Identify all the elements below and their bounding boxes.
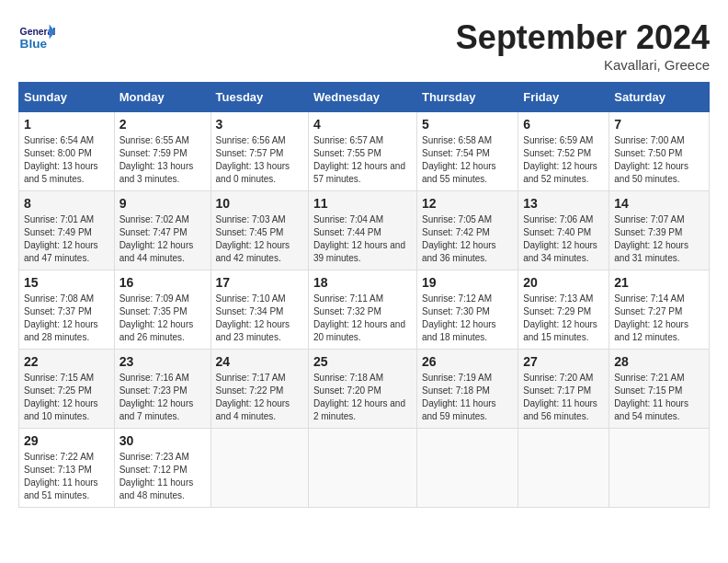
calendar-table: Sunday Monday Tuesday Wednesday Thursday… — [18, 82, 710, 508]
day-cell: 5 Sunrise: 6:58 AM Sunset: 7:54 PM Dayli… — [416, 112, 518, 191]
svg-text:Blue: Blue — [20, 37, 48, 51]
day-cell: 3 Sunrise: 6:56 AM Sunset: 7:57 PM Dayli… — [210, 112, 308, 191]
day-cell: 7 Sunrise: 7:00 AM Sunset: 7:50 PM Dayli… — [609, 112, 710, 191]
day-cell: 23 Sunrise: 7:16 AM Sunset: 7:23 PM Dayl… — [114, 350, 210, 429]
day-info: Sunrise: 7:17 AM Sunset: 7:22 PM Dayligh… — [216, 372, 303, 423]
day-cell: 13 Sunrise: 7:06 AM Sunset: 7:40 PM Dayl… — [518, 191, 609, 270]
month-title: September 2024 — [456, 18, 710, 57]
location: Kavallari, Greece — [456, 57, 710, 73]
day-info: Sunrise: 7:22 AM Sunset: 7:13 PM Dayligh… — [24, 451, 109, 502]
day-number: 13 — [523, 196, 604, 211]
day-info: Sunrise: 7:19 AM Sunset: 7:18 PM Dayligh… — [422, 372, 513, 423]
day-info: Sunrise: 7:09 AM Sunset: 7:35 PM Dayligh… — [119, 293, 206, 344]
calendar-header: Sunday Monday Tuesday Wednesday Thursday… — [19, 83, 710, 112]
day-cell: 16 Sunrise: 7:09 AM Sunset: 7:35 PM Dayl… — [114, 270, 210, 350]
day-cell — [609, 429, 710, 508]
header: General Blue September 2024 Kavallari, G… — [18, 18, 710, 73]
day-cell: 29 Sunrise: 7:22 AM Sunset: 7:13 PM Dayl… — [19, 429, 115, 508]
col-wednesday: Wednesday — [308, 83, 416, 112]
day-cell: 22 Sunrise: 7:15 AM Sunset: 7:25 PM Dayl… — [19, 350, 115, 429]
day-cell: 21 Sunrise: 7:14 AM Sunset: 7:27 PM Dayl… — [609, 270, 710, 350]
day-number: 23 — [119, 354, 206, 369]
week-row-1: 1 Sunrise: 6:54 AM Sunset: 8:00 PM Dayli… — [19, 112, 710, 191]
day-cell: 4 Sunrise: 6:57 AM Sunset: 7:55 PM Dayli… — [308, 112, 416, 191]
day-number: 25 — [313, 354, 412, 369]
day-cell: 19 Sunrise: 7:12 AM Sunset: 7:30 PM Dayl… — [416, 270, 518, 350]
week-row-2: 8 Sunrise: 7:01 AM Sunset: 7:49 PM Dayli… — [19, 191, 710, 270]
day-info: Sunrise: 7:00 AM Sunset: 7:50 PM Dayligh… — [614, 134, 704, 186]
day-number: 19 — [422, 275, 513, 290]
day-cell: 20 Sunrise: 7:13 AM Sunset: 7:29 PM Dayl… — [518, 270, 609, 350]
day-info: Sunrise: 7:06 AM Sunset: 7:40 PM Dayligh… — [523, 213, 604, 265]
day-number: 1 — [24, 117, 109, 132]
day-info: Sunrise: 6:54 AM Sunset: 8:00 PM Dayligh… — [24, 134, 109, 186]
day-info: Sunrise: 7:01 AM Sunset: 7:49 PM Dayligh… — [24, 213, 109, 265]
day-info: Sunrise: 7:20 AM Sunset: 7:17 PM Dayligh… — [523, 372, 604, 423]
day-info: Sunrise: 6:58 AM Sunset: 7:54 PM Dayligh… — [422, 134, 513, 186]
day-cell: 17 Sunrise: 7:10 AM Sunset: 7:34 PM Dayl… — [210, 270, 308, 350]
day-cell: 1 Sunrise: 6:54 AM Sunset: 8:00 PM Dayli… — [19, 112, 115, 191]
day-number: 3 — [216, 117, 303, 132]
day-info: Sunrise: 7:23 AM Sunset: 7:12 PM Dayligh… — [119, 451, 206, 502]
day-number: 6 — [523, 117, 604, 132]
day-info: Sunrise: 7:02 AM Sunset: 7:47 PM Dayligh… — [119, 213, 206, 265]
logo: General Blue — [18, 18, 60, 55]
calendar-body: 1 Sunrise: 6:54 AM Sunset: 8:00 PM Dayli… — [19, 112, 710, 508]
day-info: Sunrise: 7:08 AM Sunset: 7:37 PM Dayligh… — [24, 293, 109, 344]
week-row-3: 15 Sunrise: 7:08 AM Sunset: 7:37 PM Dayl… — [19, 270, 710, 350]
day-cell — [518, 429, 609, 508]
day-cell — [308, 429, 416, 508]
day-info: Sunrise: 7:07 AM Sunset: 7:39 PM Dayligh… — [614, 213, 704, 265]
day-info: Sunrise: 7:16 AM Sunset: 7:23 PM Dayligh… — [119, 372, 206, 423]
day-cell — [210, 429, 308, 508]
col-sunday: Sunday — [19, 83, 115, 112]
day-info: Sunrise: 7:21 AM Sunset: 7:15 PM Dayligh… — [614, 372, 704, 423]
day-info: Sunrise: 7:03 AM Sunset: 7:45 PM Dayligh… — [216, 213, 303, 265]
week-row-4: 22 Sunrise: 7:15 AM Sunset: 7:25 PM Dayl… — [19, 350, 710, 429]
day-cell: 27 Sunrise: 7:20 AM Sunset: 7:17 PM Dayl… — [518, 350, 609, 429]
day-number: 2 — [119, 117, 206, 132]
day-info: Sunrise: 6:59 AM Sunset: 7:52 PM Dayligh… — [523, 134, 604, 186]
day-info: Sunrise: 7:05 AM Sunset: 7:42 PM Dayligh… — [422, 213, 513, 265]
col-monday: Monday — [114, 83, 210, 112]
logo-icon: General Blue — [18, 18, 55, 55]
day-number: 9 — [119, 196, 206, 211]
day-number: 26 — [422, 354, 513, 369]
day-number: 7 — [614, 117, 704, 132]
day-number: 17 — [216, 275, 303, 290]
day-number: 29 — [24, 433, 109, 448]
day-number: 30 — [119, 433, 206, 448]
day-cell: 24 Sunrise: 7:17 AM Sunset: 7:22 PM Dayl… — [210, 350, 308, 429]
col-thursday: Thursday — [416, 83, 518, 112]
day-info: Sunrise: 6:55 AM Sunset: 7:59 PM Dayligh… — [119, 134, 206, 186]
day-info: Sunrise: 7:13 AM Sunset: 7:29 PM Dayligh… — [523, 293, 604, 344]
day-number: 27 — [523, 354, 604, 369]
week-row-5: 29 Sunrise: 7:22 AM Sunset: 7:13 PM Dayl… — [19, 429, 710, 508]
col-friday: Friday — [518, 83, 609, 112]
day-number: 16 — [119, 275, 206, 290]
day-info: Sunrise: 7:11 AM Sunset: 7:32 PM Dayligh… — [313, 293, 412, 344]
day-number: 12 — [422, 196, 513, 211]
day-cell: 12 Sunrise: 7:05 AM Sunset: 7:42 PM Dayl… — [416, 191, 518, 270]
day-cell: 30 Sunrise: 7:23 AM Sunset: 7:12 PM Dayl… — [114, 429, 210, 508]
header-row: Sunday Monday Tuesday Wednesday Thursday… — [19, 83, 710, 112]
day-cell: 6 Sunrise: 6:59 AM Sunset: 7:52 PM Dayli… — [518, 112, 609, 191]
day-info: Sunrise: 7:15 AM Sunset: 7:25 PM Dayligh… — [24, 372, 109, 423]
day-cell: 25 Sunrise: 7:18 AM Sunset: 7:20 PM Dayl… — [308, 350, 416, 429]
day-number: 18 — [313, 275, 412, 290]
day-cell: 28 Sunrise: 7:21 AM Sunset: 7:15 PM Dayl… — [609, 350, 710, 429]
day-number: 8 — [24, 196, 109, 211]
day-info: Sunrise: 7:14 AM Sunset: 7:27 PM Dayligh… — [614, 293, 704, 344]
day-info: Sunrise: 7:04 AM Sunset: 7:44 PM Dayligh… — [313, 213, 412, 265]
day-number: 4 — [313, 117, 412, 132]
day-number: 22 — [24, 354, 109, 369]
day-number: 11 — [313, 196, 412, 211]
day-cell: 11 Sunrise: 7:04 AM Sunset: 7:44 PM Dayl… — [308, 191, 416, 270]
day-cell: 2 Sunrise: 6:55 AM Sunset: 7:59 PM Dayli… — [114, 112, 210, 191]
day-cell: 9 Sunrise: 7:02 AM Sunset: 7:47 PM Dayli… — [114, 191, 210, 270]
day-info: Sunrise: 6:57 AM Sunset: 7:55 PM Dayligh… — [313, 134, 412, 186]
day-number: 21 — [614, 275, 704, 290]
col-tuesday: Tuesday — [210, 83, 308, 112]
day-number: 20 — [523, 275, 604, 290]
day-number: 28 — [614, 354, 704, 369]
